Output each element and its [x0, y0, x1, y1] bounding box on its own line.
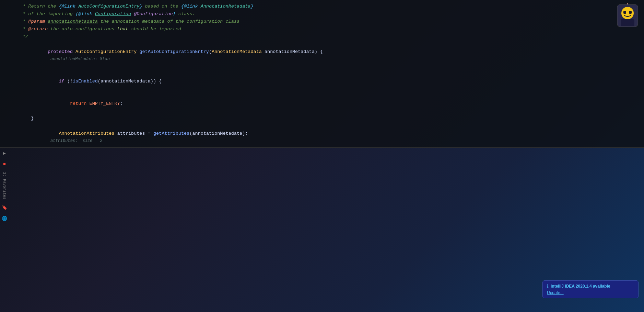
main-container: * Return the {@link AutoConfigurationEnt… — [0, 0, 644, 312]
notification-bubble: ℹ IntelliJ IDEA 2020.1.4 available Updat… — [542, 280, 639, 298]
code-line: protected AutoConfigurationEntry getAuto… — [0, 41, 644, 70]
code-line: */ — [0, 33, 644, 41]
bookmark-icon[interactable]: 🔖 — [2, 205, 7, 210]
svg-point-6 — [627, 3, 629, 3]
svg-rect-2 — [621, 19, 634, 26]
code-line: AnnotationAttributes attributes = getAtt… — [0, 122, 644, 148]
svg-rect-3 — [623, 11, 626, 14]
code-line: * @param annotationMetadata the annotati… — [0, 18, 644, 25]
svg-rect-4 — [629, 11, 632, 14]
code-line: } — [0, 115, 644, 122]
code-line: * of the importing {@link Configuration … — [0, 10, 644, 18]
code-content: * Return the {@link AutoConfigurationEnt… — [0, 0, 644, 148]
web-icon[interactable]: 🌐 — [2, 216, 7, 221]
svg-point-1 — [621, 7, 634, 19]
notification-header: ℹ IntelliJ IDEA 2020.1.4 available — [547, 283, 634, 289]
notification-title: IntelliJ IDEA 2020.1.4 available — [551, 284, 610, 289]
code-editor: * Return the {@link AutoConfigurationEnt… — [0, 0, 644, 148]
code-line: * @return the auto-configurations that s… — [0, 25, 644, 33]
info-icon: ℹ — [547, 283, 549, 289]
code-line: if (!isEnabled(annotationMetadata)) { — [0, 70, 644, 92]
left-sidebar: ▶ ■ 2: Favorites 🔖 🌐 — [0, 169, 9, 224]
update-link[interactable]: Update... — [547, 290, 634, 295]
avatar — [614, 3, 641, 30]
favorites-label: 2: Favorites — [2, 172, 7, 199]
code-line: * Return the {@link AutoConfigurationEnt… — [0, 3, 644, 10]
code-line: return EMPTY_ENTRY; — [0, 92, 644, 115]
